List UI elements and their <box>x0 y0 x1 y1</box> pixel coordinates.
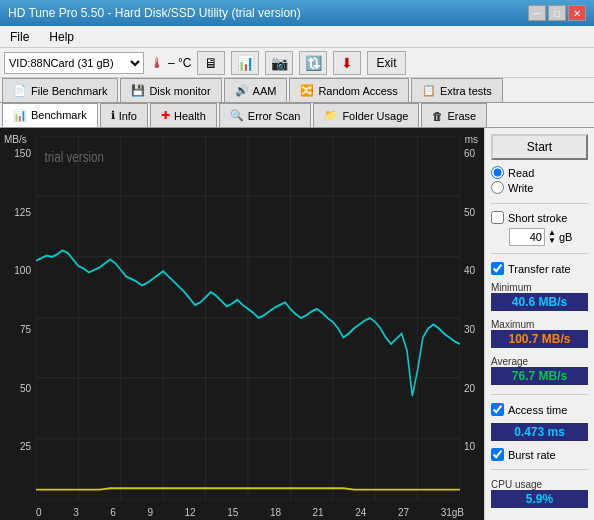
burst-rate-checkbox[interactable] <box>491 448 504 461</box>
close-button[interactable]: ✕ <box>568 5 586 21</box>
tab-folder-usage[interactable]: 📁 Folder Usage <box>313 103 419 127</box>
average-label: Average <box>491 356 588 367</box>
error-scan-icon: 🔍 <box>230 109 244 122</box>
read-radio[interactable] <box>491 166 504 179</box>
maximum-label: Maximum <box>491 319 588 330</box>
short-stroke-checkbox[interactable] <box>491 211 504 224</box>
tab-info[interactable]: ℹ Info <box>100 103 148 127</box>
minimize-button[interactable]: ─ <box>528 5 546 21</box>
window-controls: ─ □ ✕ <box>528 5 586 21</box>
temp-value: – °C <box>168 56 191 70</box>
temperature-display: 🌡 – °C <box>150 55 191 71</box>
tab-aam-label: AAM <box>253 85 277 97</box>
stroke-input[interactable] <box>509 228 545 246</box>
icon-btn-5[interactable]: ⬇ <box>333 51 361 75</box>
cpu-usage-label: CPU usage <box>491 479 588 490</box>
toolbar: VID:88NCard (31 gB) 🌡 – °C 🖥 📊 📷 🔃 ⬇ Exi… <box>0 48 594 78</box>
minimum-label: Minimum <box>491 282 588 293</box>
health-icon: ✚ <box>161 109 170 122</box>
tab-error-scan-label: Error Scan <box>248 110 301 122</box>
main-content: MB/s ms 150 125 100 75 50 25 60 50 40 30… <box>0 128 594 520</box>
svg-text:trial version: trial version <box>44 149 104 165</box>
transfer-rate-checkbox-label[interactable]: Transfer rate <box>491 262 588 275</box>
access-time-checkbox[interactable] <box>491 403 504 416</box>
burst-rate-label: Burst rate <box>508 449 556 461</box>
icon-btn-1[interactable]: 🖥 <box>197 51 225 75</box>
y-axis-left-label: MB/s <box>4 134 27 145</box>
tab-health-label: Health <box>174 110 206 122</box>
divider-3 <box>491 394 588 395</box>
stroke-input-row: ▲▼ gB <box>509 228 588 246</box>
short-stroke-label: Short stroke <box>508 212 567 224</box>
tabs-row-2: 📊 Benchmark ℹ Info ✚ Health 🔍 Error Scan… <box>0 103 594 128</box>
read-write-group: Read Write <box>491 166 588 194</box>
tab-benchmark-label: Benchmark <box>31 109 87 121</box>
read-label: Read <box>508 167 534 179</box>
maximum-stat: Maximum 100.7 MB/s <box>491 319 588 348</box>
chart-area: MB/s ms 150 125 100 75 50 25 60 50 40 30… <box>0 128 484 520</box>
tab-health[interactable]: ✚ Health <box>150 103 217 127</box>
divider-2 <box>491 253 588 254</box>
access-time-label: Access time <box>508 404 567 416</box>
title-bar: HD Tune Pro 5.50 - Hard Disk/SSD Utility… <box>0 0 594 26</box>
disk-monitor-icon: 💾 <box>131 84 145 97</box>
tab-erase[interactable]: 🗑 Erase <box>421 103 487 127</box>
drive-select[interactable]: VID:88NCard (31 gB) <box>4 52 144 74</box>
y-axis-left-labels: 150 125 100 75 50 25 <box>0 148 34 500</box>
short-stroke-checkbox-label[interactable]: Short stroke <box>491 211 588 224</box>
start-button[interactable]: Start <box>491 134 588 160</box>
write-radio-label[interactable]: Write <box>491 181 588 194</box>
menu-file[interactable]: File <box>4 28 35 46</box>
tab-aam[interactable]: 🔊 AAM <box>224 78 288 102</box>
tab-benchmark[interactable]: 📊 Benchmark <box>2 103 98 127</box>
access-time-checkbox-label[interactable]: Access time <box>491 403 588 416</box>
icon-btn-3[interactable]: 📷 <box>265 51 293 75</box>
menu-help[interactable]: Help <box>43 28 80 46</box>
benchmark-icon: 📊 <box>13 109 27 122</box>
minimum-stat: Minimum 40.6 MB/s <box>491 282 588 311</box>
aam-icon: 🔊 <box>235 84 249 97</box>
cpu-usage-stat: CPU usage 5.9% <box>491 479 588 508</box>
burst-rate-checkbox-label[interactable]: Burst rate <box>491 448 588 461</box>
transfer-rate-label: Transfer rate <box>508 263 571 275</box>
exit-button[interactable]: Exit <box>367 51 405 75</box>
access-time-stat: 0.473 ms <box>491 423 588 441</box>
tab-random-access-label: Random Access <box>318 85 397 97</box>
minimum-value: 40.6 MB/s <box>491 293 588 311</box>
tab-disk-monitor-label: Disk monitor <box>149 85 210 97</box>
random-access-icon: 🔀 <box>300 84 314 97</box>
extra-tests-icon: 📋 <box>422 84 436 97</box>
tab-info-label: Info <box>119 110 137 122</box>
average-value: 76.7 MB/s <box>491 367 588 385</box>
info-icon: ℹ <box>111 109 115 122</box>
icon-btn-4[interactable]: 🔃 <box>299 51 327 75</box>
divider-1 <box>491 203 588 204</box>
icon-btn-2[interactable]: 📊 <box>231 51 259 75</box>
window-title: HD Tune Pro 5.50 - Hard Disk/SSD Utility… <box>8 6 301 20</box>
thermometer-icon: 🌡 <box>150 55 164 71</box>
tab-error-scan[interactable]: 🔍 Error Scan <box>219 103 312 127</box>
tab-folder-usage-label: Folder Usage <box>342 110 408 122</box>
maximize-button[interactable]: □ <box>548 5 566 21</box>
cpu-usage-value: 5.9% <box>491 490 588 508</box>
transfer-rate-checkbox[interactable] <box>491 262 504 275</box>
tab-disk-monitor[interactable]: 💾 Disk monitor <box>120 78 221 102</box>
folder-usage-icon: 📁 <box>324 109 338 122</box>
average-stat: Average 76.7 MB/s <box>491 356 588 385</box>
read-radio-label[interactable]: Read <box>491 166 588 179</box>
stroke-spinner[interactable]: ▲▼ <box>548 229 556 245</box>
y-axis-right-labels: 60 50 40 30 20 10 <box>464 148 484 500</box>
tab-file-benchmark[interactable]: 📄 File Benchmark <box>2 78 118 102</box>
x-axis-labels: 0 3 6 9 12 15 18 21 24 27 31gB <box>36 507 464 518</box>
write-label: Write <box>508 182 533 194</box>
tab-erase-label: Erase <box>447 110 476 122</box>
tab-extra-tests[interactable]: 📋 Extra tests <box>411 78 503 102</box>
tab-random-access[interactable]: 🔀 Random Access <box>289 78 408 102</box>
write-radio[interactable] <box>491 181 504 194</box>
file-benchmark-icon: 📄 <box>13 84 27 97</box>
maximum-value: 100.7 MB/s <box>491 330 588 348</box>
tab-file-benchmark-label: File Benchmark <box>31 85 107 97</box>
divider-4 <box>491 469 588 470</box>
stroke-unit: gB <box>559 231 572 243</box>
access-time-value: 0.473 ms <box>491 423 588 441</box>
